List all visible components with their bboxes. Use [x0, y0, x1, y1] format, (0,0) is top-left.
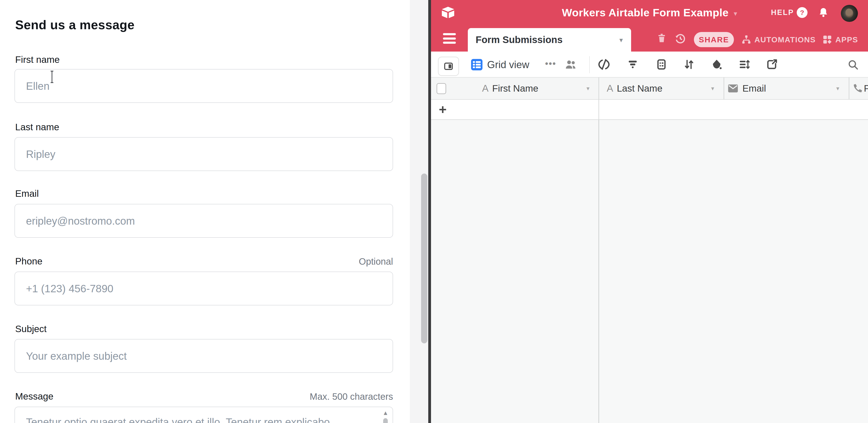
- contact-form-pane: Send us a message First name Last name E…: [0, 0, 410, 423]
- airtable-pane: Workers Airtable Form Example ▾ HELP ? F…: [431, 0, 868, 423]
- add-record-row[interactable]: +: [431, 100, 868, 120]
- column-header-phone[interactable]: Phone: [864, 78, 868, 99]
- apps-icon: [822, 34, 833, 45]
- table-tab-form-submissions[interactable]: Form Submissions ▾: [468, 28, 631, 52]
- search-icon[interactable]: [847, 59, 859, 70]
- collaborators-icon[interactable]: [564, 58, 577, 71]
- phone-label: Phone: [15, 256, 42, 267]
- base-title[interactable]: Workers Airtable Form Example: [562, 6, 728, 19]
- filter-icon[interactable]: [627, 58, 639, 70]
- email-field-type-icon: [728, 84, 738, 93]
- view-options-ellipsis-icon[interactable]: •••: [545, 52, 556, 75]
- first-name-label: First name: [15, 54, 60, 65]
- form-scrollbar-thumb[interactable]: [421, 174, 427, 343]
- apps-button[interactable]: APPS: [822, 32, 858, 47]
- grid-column-divider: [598, 120, 599, 423]
- base-title-group[interactable]: Workers Airtable Form Example ▾: [523, 0, 776, 25]
- phone-optional-note: Optional: [359, 256, 393, 267]
- toolbar-divider: [589, 56, 590, 73]
- help-button[interactable]: HELP: [771, 0, 794, 25]
- automations-button[interactable]: AUTOMATIONS: [741, 32, 815, 47]
- grid-header-row: A First Name ▾ A Last Name ▾ Email ▾: [431, 78, 868, 100]
- scroll-up-arrow-icon[interactable]: ▲: [382, 409, 389, 417]
- history-icon[interactable]: [674, 33, 686, 44]
- help-question-icon[interactable]: ?: [797, 7, 807, 18]
- column-divider[interactable]: [723, 78, 724, 99]
- apps-label: APPS: [835, 35, 858, 44]
- email-label: Email: [15, 188, 39, 199]
- table-tab-caret-icon[interactable]: ▾: [619, 28, 623, 52]
- column-divider[interactable]: [849, 78, 849, 99]
- textarea-scroll-thumb[interactable]: [383, 418, 388, 423]
- add-record-plus-icon[interactable]: +: [439, 100, 447, 119]
- automations-label: AUTOMATIONS: [754, 35, 815, 44]
- textarea-scrollbar[interactable]: ▲: [382, 409, 389, 423]
- text-field-type-icon: A: [482, 78, 489, 99]
- message-maxchars-note: Max. 500 characters: [310, 391, 393, 402]
- select-all-checkbox[interactable]: [437, 83, 446, 94]
- phone-field-type-icon: [852, 83, 863, 94]
- hide-fields-icon[interactable]: [598, 58, 610, 70]
- text-cursor-ibeam-icon: [49, 70, 55, 83]
- window-divider: [428, 0, 431, 423]
- column-divider: [598, 100, 599, 120]
- screen: Send us a message First name Last name E…: [0, 0, 868, 423]
- view-sidebar-toggle-button[interactable]: [438, 57, 459, 76]
- grid-view-icon[interactable]: [471, 58, 483, 71]
- view-name[interactable]: Grid view: [487, 52, 529, 78]
- row-height-icon[interactable]: [738, 58, 750, 70]
- column-header-last-name[interactable]: Last Name: [617, 78, 662, 99]
- column-caret-icon[interactable]: ▾: [587, 78, 589, 99]
- share-view-icon[interactable]: [766, 58, 778, 70]
- last-name-input[interactable]: [14, 137, 393, 171]
- view-toolbar: Grid view •••: [431, 52, 868, 78]
- sidebar-menu-icon[interactable]: [443, 33, 456, 44]
- column-header-email[interactable]: Email: [742, 78, 766, 99]
- share-button[interactable]: SHARE: [694, 32, 734, 47]
- column-header-first-name[interactable]: First Name: [492, 78, 538, 99]
- group-icon[interactable]: [655, 58, 668, 70]
- user-avatar[interactable]: [841, 5, 858, 22]
- automations-icon: [741, 34, 752, 45]
- message-text: Tenetur optio quaerat expedita vero et i…: [26, 415, 371, 423]
- notifications-bell-icon[interactable]: [818, 7, 829, 18]
- first-name-input[interactable]: [14, 69, 393, 103]
- column-divider[interactable]: [598, 78, 599, 99]
- message-textarea[interactable]: Tenetur optio quaerat expedita vero et i…: [14, 407, 393, 423]
- base-title-caret-icon[interactable]: ▾: [734, 8, 737, 18]
- last-name-label: Last name: [15, 122, 59, 132]
- subject-label: Subject: [15, 324, 47, 334]
- sort-icon[interactable]: [683, 58, 695, 70]
- airtable-logo-icon[interactable]: [441, 5, 455, 19]
- phone-input[interactable]: [14, 272, 393, 305]
- color-icon[interactable]: [711, 58, 723, 70]
- text-field-type-icon: A: [607, 78, 613, 99]
- column-caret-icon[interactable]: ▾: [711, 78, 714, 99]
- message-label: Message: [15, 391, 53, 402]
- form-title: Send us a message: [15, 18, 134, 32]
- subject-input[interactable]: [14, 339, 393, 373]
- table-tab-label: Form Submissions: [476, 28, 563, 52]
- trash-icon[interactable]: [656, 33, 667, 45]
- email-input[interactable]: [14, 204, 393, 238]
- column-caret-icon[interactable]: ▾: [836, 78, 839, 99]
